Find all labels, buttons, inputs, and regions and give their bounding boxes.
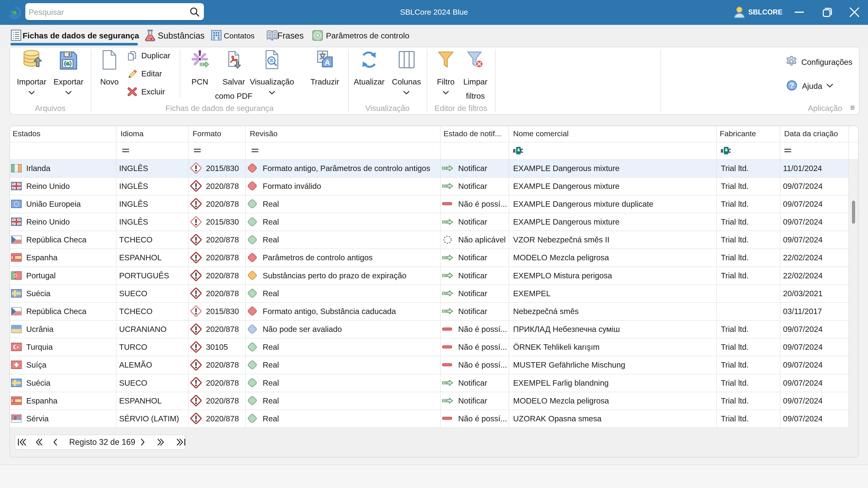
svg-text:?: ? <box>790 82 794 90</box>
svg-text:A: A <box>324 58 330 67</box>
